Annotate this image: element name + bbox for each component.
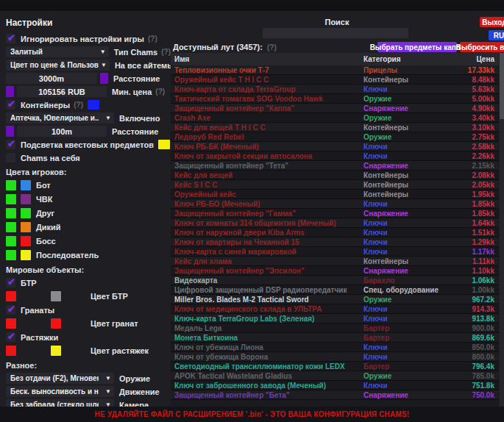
footer-bar: НЕ УДАЛЯЙТЕ ФАЙЛ С РАСШИРЕНИЕМ '.bin' - … — [0, 407, 504, 422]
loot-row[interactable]: Оружейный кейсКонтейнеры1.95kk — [171, 190, 499, 199]
loot-row[interactable]: Ключ от наружной двери Kiba ArmsКлючи1.5… — [171, 228, 499, 237]
loot-row[interactable]: Ледоруб Red RebelОружие2.75kk — [171, 132, 499, 142]
color-swatch-primary[interactable] — [6, 291, 16, 301]
language-button[interactable]: RU — [489, 30, 504, 40]
loot-row[interactable]: Ключ от убежища ЛионаКлючи850.0k — [171, 343, 499, 352]
loot-row[interactable]: Оружейный кейс T H I C CКонтейнеры8.48kk — [171, 75, 499, 85]
loot-row[interactable]: Ключ РБ-БО (Меченый)Ключи1.85kk — [171, 199, 499, 209]
loot-row[interactable]: Ключ от комнаты 314 общежития (Меченый)К… — [171, 218, 499, 228]
loot-item-category: Ключи — [363, 85, 450, 93]
loot-row[interactable]: APOK Tactical Wasteland GladiusОружие785… — [171, 371, 499, 381]
input-расстояние[interactable]: 3000m — [6, 73, 97, 84]
loot-row[interactable]: Кейс для вещей T H I C CКонтейнеры3.10kk — [171, 123, 499, 132]
color-swatch-primary[interactable] — [6, 346, 16, 356]
loot-item-name: Ключ от убежища Ворона — [171, 353, 363, 361]
pair-label: Цвет БТР — [90, 292, 128, 301]
loot-row[interactable]: Кейс для вещейКонтейнеры2.08kk — [171, 171, 499, 180]
loot-row[interactable]: Защищенный контейнер "Эпсилон"Снаряжение… — [171, 266, 499, 276]
checkbox-гранаты[interactable] — [6, 305, 15, 315]
color-swatch[interactable] — [6, 126, 14, 137]
scrollbar-thumb[interactable] — [500, 53, 504, 119]
loot-row[interactable]: Защищенный контейнер "Тета"Снаряжение2.1… — [171, 161, 499, 171]
dropdown-тип-chams[interactable]: Залитый▼ — [6, 46, 109, 57]
loot-item-name: Монета Биткоина — [171, 334, 363, 342]
dropdown-включено[interactable]: Аптечка, Ювелирные и...▼ — [6, 112, 114, 124]
checkbox-подсветка-квестовых-предметов[interactable] — [6, 140, 15, 149]
chevron-down-icon: ▼ — [105, 115, 111, 121]
drop-all-button[interactable]: Выбросить все — [460, 42, 504, 52]
input-расстояние[interactable]: 100m — [17, 126, 107, 137]
loot-row[interactable]: Ключ-карта с синей маркировкойКлючи1.17k… — [171, 247, 499, 257]
loot-row[interactable]: Ключ от закрытой секции автосалонаКлючи2… — [171, 151, 499, 161]
checkbox-бтр[interactable] — [6, 278, 15, 287]
loot-row[interactable]: ВидеокартаБарахло1.06kk — [171, 276, 499, 285]
column-header-price: Цена — [450, 55, 499, 63]
loot-row[interactable]: Ключ РБ-БК (Меченый)Ключи2.58kk — [171, 142, 499, 151]
loot-row[interactable]: Ключ от медицинского склада в УЛЬТРАКлюч… — [171, 304, 499, 314]
loot-item-category: Ключи — [363, 143, 450, 151]
loot-item-name: Ключ от квартиры на Чеканной 15 — [171, 238, 363, 246]
color-swatch-secondary[interactable] — [21, 180, 31, 190]
loot-item-price: 1.95kk — [450, 190, 499, 199]
checkbox-растяжки[interactable] — [6, 332, 15, 342]
color-swatch-secondary[interactable] — [51, 291, 61, 301]
loot-item-name: Ключ РБ-БК (Меченый) — [171, 143, 363, 151]
loot-item-category: Контейнеры — [363, 257, 450, 265]
color-swatch-primary[interactable] — [6, 236, 16, 246]
loot-row[interactable]: Кейс для хламаКонтейнеры1.11kk — [171, 257, 499, 266]
select-kappa-items-button[interactable]: Выбрать предметы каппа — [377, 42, 457, 52]
checkbox-label: Игнорировать настройки игры — [21, 35, 144, 43]
color-swatch[interactable] — [88, 100, 99, 110]
loot-row[interactable]: Ключ-карта от склада TerraGroupКлючи5.63… — [171, 85, 499, 94]
exit-button[interactable]: Выход — [480, 17, 504, 27]
color-swatch-primary[interactable] — [6, 194, 16, 204]
checkbox-контейнеры[interactable] — [6, 100, 15, 110]
checkbox-игнорировать-настройки-игры[interactable] — [6, 34, 15, 43]
dropdown-на-все-айтемы[interactable]: Цвет по цене & Пользователь▼ — [6, 60, 110, 71]
color-swatch-secondary[interactable] — [51, 318, 61, 329]
loot-row[interactable]: Защищенный контейнер "Каппа"Снаряжение4.… — [171, 104, 499, 113]
color-swatch-secondary[interactable] — [21, 222, 31, 232]
loot-row[interactable]: Crash AxeОружие3.40kk — [171, 113, 499, 123]
color-swatch-secondary[interactable] — [21, 208, 31, 218]
color-swatch[interactable] — [6, 86, 14, 97]
loot-row[interactable]: Miller Bros. Blades M-2 Tactical SwordОр… — [171, 295, 499, 304]
loot-item-category: Ключи — [363, 152, 450, 160]
color-swatch-secondary[interactable] — [21, 236, 31, 246]
loot-row[interactable]: Кейс S I C CКонтейнеры2.05kk — [171, 180, 499, 190]
loot-row[interactable]: Светодиодный трансиллюминатор кожи LEDXБ… — [171, 362, 499, 371]
loot-row[interactable]: Ключ от заброшенного завода (Меченый)Клю… — [171, 381, 499, 390]
loot-item-name: Ключ от убежища Лиона — [171, 343, 363, 351]
dropdown-оружие[interactable]: Без отдачи (F2), Мгновенное п▼ — [6, 373, 114, 384]
search-input[interactable] — [263, 28, 408, 38]
loot-row[interactable]: Ключ от убежища ВоронаКлючи800.0k — [171, 352, 499, 362]
loot-row[interactable] — [171, 400, 499, 407]
table-scrollbar[interactable] — [500, 53, 504, 407]
color-swatch-primary[interactable] — [6, 318, 16, 329]
color-swatch-secondary[interactable] — [51, 346, 61, 356]
loot-row[interactable]: Цифровой защищенный DSP радиопередатчикС… — [171, 285, 499, 295]
loot-row[interactable]: Медаль LegaБартер900.0k — [171, 323, 499, 333]
loot-row[interactable]: Защищенный контейнер "Гамма"Снаряжение1.… — [171, 209, 499, 218]
loot-row[interactable]: Тактический томагавк SOG Voodoo HawkОруж… — [171, 94, 499, 104]
color-swatch-primary[interactable] — [6, 208, 16, 218]
loot-row[interactable]: Тепловизионные очки Т-7Прицелы17.33kk — [171, 65, 499, 75]
color-swatch[interactable] — [100, 73, 108, 84]
color-swatch-primary[interactable] — [6, 250, 16, 260]
color-swatch-primary[interactable] — [6, 222, 16, 232]
checkbox-chams-на-себя[interactable] — [6, 153, 15, 162]
input-мин-цена[interactable]: 105156 RUB — [17, 86, 107, 97]
loot-row[interactable]: Монета БиткоинаБартер869.6k — [171, 333, 499, 343]
color-swatch-secondary[interactable] — [21, 194, 31, 204]
color-swatch-secondary[interactable] — [21, 250, 31, 260]
color-swatch-primary[interactable] — [6, 180, 16, 190]
settings-row-контейнеры: Контейнеры(?) — [6, 99, 171, 110]
loot-row[interactable]: Ключ-карта TerraGroup Labs (Зеленая)Ключ… — [171, 314, 499, 323]
loot-item-name: Защищенный контейнер "Тета" — [171, 162, 363, 170]
color-swatch[interactable] — [158, 140, 170, 149]
loot-row[interactable]: Ключ от квартиры на Чеканной 15Ключи1.29… — [171, 237, 499, 247]
loot-item-price: 5.63kk — [450, 85, 499, 93]
loot-item-price: 750.0k — [450, 391, 499, 399]
loot-row[interactable]: Защищенный контейнер "Бета"Снаряжение750… — [171, 390, 499, 400]
dropdown-движение[interactable]: Беск. выносливость и нет уста:▼ — [6, 386, 114, 397]
